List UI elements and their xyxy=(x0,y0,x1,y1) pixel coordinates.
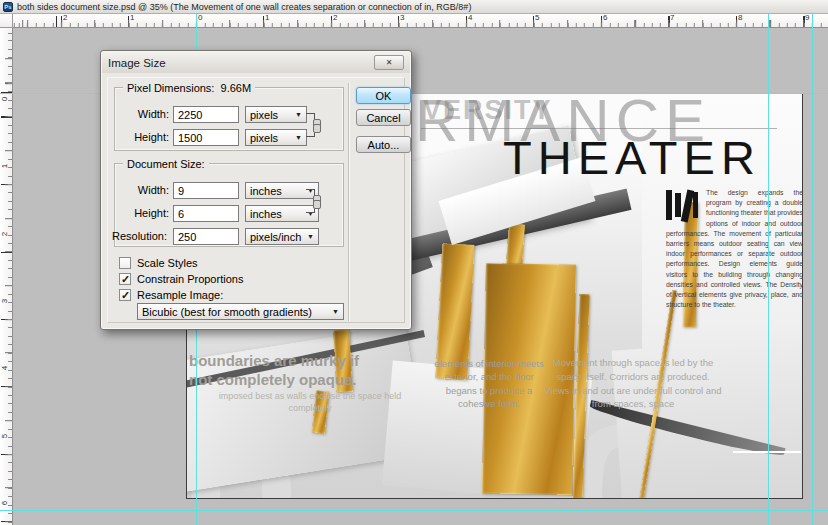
doc-height-input[interactable] xyxy=(173,205,239,222)
dialog-title: Image Size xyxy=(108,57,166,69)
ruler-number: 1 xyxy=(130,14,134,22)
resolution-unit-value: pixels/inch xyxy=(250,231,301,243)
resample-method-value: Bicubic (best for smooth gradients) xyxy=(142,306,312,318)
poster-headline-theater: THEATER xyxy=(503,130,761,185)
ruler-number: 0 xyxy=(1,93,9,105)
ruler-number: 3 xyxy=(400,14,404,22)
scale-styles-checkbox[interactable] xyxy=(119,257,131,269)
poster-caption-right: Movement through space is led by the spa… xyxy=(543,356,723,411)
document-size-legend: Document Size: xyxy=(123,158,209,170)
document-link-bracket xyxy=(306,189,315,213)
poster-caption-left-small: imposed best as walls enclose the space … xyxy=(215,390,405,414)
pixel-width-input[interactable] xyxy=(173,106,239,123)
pixel-dimensions-label: Pixel Dimensions: xyxy=(127,82,214,94)
chevron-down-icon: ▼ xyxy=(295,134,302,141)
resample-method-dropdown[interactable]: Bicubic (best for smooth gradients) ▼ xyxy=(137,303,344,320)
pixel-height-unit-dropdown[interactable]: pixels ▼ xyxy=(245,129,307,146)
horizontal-ruler[interactable]: 210123456789 xyxy=(13,14,828,28)
pixel-width-label: Width: xyxy=(115,108,169,120)
poster-white-separator xyxy=(733,451,801,453)
cancel-button[interactable]: Cancel xyxy=(356,109,411,126)
image-size-dialog: Image Size ✕ Pixel Dimensions: 9.66M Wid… xyxy=(100,50,412,330)
ruler-number: 2 xyxy=(63,14,67,22)
poster-right-column: The design expands the program by creati… xyxy=(666,188,803,310)
constrain-proportions-checkbox[interactable] xyxy=(119,273,131,285)
ruler-number: 2 xyxy=(333,14,337,22)
ruler-number: 5 xyxy=(535,14,539,22)
pixel-height-input[interactable] xyxy=(173,129,239,146)
ruler-number: 3 xyxy=(1,295,9,307)
ruler-number: 2 xyxy=(1,228,9,240)
doc-height-unit-value: inches xyxy=(250,208,282,220)
resolution-input[interactable] xyxy=(173,228,239,245)
dialog-close-button[interactable]: ✕ xyxy=(374,55,404,70)
doc-width-input[interactable] xyxy=(173,182,239,199)
ruler-number: 4 xyxy=(468,14,472,22)
doc-height-label: Height: xyxy=(115,207,169,219)
ruler-number: 0 xyxy=(198,14,202,22)
poster-logo-bars-icon xyxy=(666,190,702,224)
pixel-height-unit-value: pixels xyxy=(250,132,278,144)
ruler-number: 1 xyxy=(265,14,269,22)
pixel-link-bracket xyxy=(306,113,315,137)
button-column-separator xyxy=(348,83,350,321)
ruler-number: 7 xyxy=(670,14,674,22)
ruler-number: 4 xyxy=(1,362,9,374)
poster-caption-middle: elements of interior meets exterior, and… xyxy=(429,357,549,410)
dialog-body: Pixel Dimensions: 9.66M Width: pixels ▼ … xyxy=(102,73,410,328)
ruler-number: 6 xyxy=(1,497,9,509)
ruler-number: 6 xyxy=(603,14,607,22)
ruler-number: 5 xyxy=(1,430,9,442)
auto-button[interactable]: Auto... xyxy=(356,136,411,153)
ruler-number: 1 xyxy=(1,160,9,172)
pixel-height-label: Height: xyxy=(115,131,169,143)
ruler-number: 9 xyxy=(805,14,809,22)
vertical-ruler[interactable]: 0123456 xyxy=(0,28,13,525)
resolution-label: Resolution: xyxy=(109,230,167,242)
window-titlebar[interactable]: Ps both sides document size.psd @ 35% (T… xyxy=(0,0,828,14)
chain-link-icon xyxy=(312,119,320,133)
window-title: both sides document size.psd @ 35% (The … xyxy=(17,2,471,12)
pixel-dimensions-legend: Pixel Dimensions: 9.66M xyxy=(123,82,255,94)
constrain-proportions-label: Constrain Proportions xyxy=(137,273,243,285)
chain-link-icon xyxy=(312,195,320,209)
pixel-width-unit-value: pixels xyxy=(250,109,278,121)
ruler-corner xyxy=(0,14,13,28)
chevron-down-icon: ▼ xyxy=(295,111,302,118)
resolution-unit-dropdown[interactable]: pixels/inch ▼ xyxy=(245,228,319,245)
dialog-titlebar[interactable]: Image Size ✕ xyxy=(102,52,410,73)
pixel-dimensions-total: 9.66M xyxy=(221,82,252,94)
chevron-down-icon: ▼ xyxy=(332,308,339,315)
doc-width-unit-value: inches xyxy=(250,185,282,197)
pixel-width-unit-dropdown[interactable]: pixels ▼ xyxy=(245,106,307,123)
ok-button[interactable]: OK xyxy=(356,87,411,104)
psd-file-icon: Ps xyxy=(3,2,13,12)
close-icon: ✕ xyxy=(386,58,393,67)
scale-styles-label: Scale Styles xyxy=(137,257,198,269)
ruler-number: 8 xyxy=(738,14,742,22)
resample-image-checkbox[interactable] xyxy=(119,289,131,301)
resample-image-label: Resample Image: xyxy=(137,289,223,301)
doc-width-label: Width: xyxy=(115,184,169,196)
poster-caption-left-bold: boundaries are murky if not completely o… xyxy=(189,352,374,390)
chevron-down-icon: ▼ xyxy=(307,233,314,240)
